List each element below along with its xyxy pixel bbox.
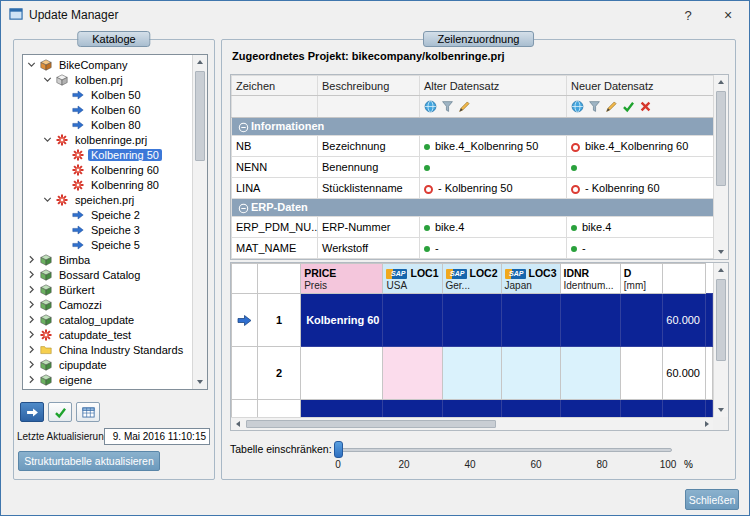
- filter-icon[interactable]: [588, 100, 601, 113]
- tree-item-kolben-50[interactable]: Kolben 50: [23, 87, 192, 102]
- column-header-name[interactable]: [258, 264, 301, 294]
- filter-icon[interactable]: [441, 100, 454, 113]
- table-horizontal-scrollbar[interactable]: [231, 417, 713, 430]
- compare-column-header[interactable]: Neuer Datensatz: [567, 76, 714, 96]
- tree-item-kolbenring-80[interactable]: Kolbenring 80: [23, 177, 192, 192]
- new-value-cell[interactable]: bike.4: [567, 217, 714, 238]
- cell-loc3[interactable]: [560, 400, 620, 418]
- cell-name[interactable]: [301, 347, 383, 400]
- tree-item-camozzi[interactable]: Camozzi: [23, 297, 192, 312]
- tree-scrollbar[interactable]: [192, 55, 207, 389]
- old-value-cell[interactable]: bike.4: [420, 217, 567, 238]
- old-value-cell[interactable]: [420, 157, 567, 178]
- collapse-chevron-icon[interactable]: [41, 74, 54, 85]
- tree-item-kolbenring-60[interactable]: Kolbenring 60: [23, 162, 192, 177]
- collapse-chevron-icon[interactable]: [41, 134, 54, 145]
- table-vertical-scrollbar[interactable]: [713, 263, 728, 417]
- compare-row-nb[interactable]: NBBezeichnungbike.4_Kolbenring 50bike.4_…: [232, 136, 714, 157]
- expand-chevron-icon[interactable]: [25, 269, 38, 280]
- cell-d[interactable]: 60.000: [663, 347, 706, 400]
- accept-button[interactable]: [48, 402, 72, 422]
- edit-icon[interactable]: [605, 100, 618, 113]
- tree-item-china-industry-standards[interactable]: China Industry Standards: [23, 342, 192, 357]
- collapse-chevron-icon[interactable]: [41, 194, 54, 205]
- restrict-slider-thumb[interactable]: [334, 441, 343, 458]
- expand-chevron-icon[interactable]: [25, 344, 38, 355]
- expand-chevron-icon[interactable]: [25, 299, 38, 310]
- new-value-cell[interactable]: -: [567, 238, 714, 259]
- accept-all-icon[interactable]: [622, 100, 635, 113]
- column-header-d[interactable]: D[mm]: [620, 264, 663, 294]
- cell-loc1[interactable]: [442, 294, 501, 347]
- table-row-3[interactable]: 3Kolbenring 6060.000: [232, 400, 713, 418]
- transfer-button[interactable]: [20, 402, 44, 422]
- tree-item-eigene[interactable]: eigene: [23, 372, 192, 387]
- cell-loc3[interactable]: [560, 294, 620, 347]
- cell-loc2[interactable]: [501, 400, 560, 418]
- tree-item-speiche-3[interactable]: Speiche 3: [23, 222, 192, 237]
- scrollbar-thumb[interactable]: [716, 91, 726, 186]
- column-header-loc1[interactable]: SAPLOC1USA: [383, 264, 442, 294]
- cell-idnr[interactable]: [620, 294, 663, 347]
- scroll-up-icon[interactable]: [193, 55, 207, 69]
- cell-loc2[interactable]: [501, 347, 560, 400]
- row-handle-cell[interactable]: [232, 400, 258, 418]
- tree-item-kolbenringe-prj[interactable]: kolbenringe.prj: [23, 132, 192, 147]
- expand-chevron-icon[interactable]: [25, 359, 38, 370]
- close-dialog-button[interactable]: Schließen: [685, 489, 739, 510]
- new-value-cell[interactable]: bike.4_Kolbenring 60: [567, 136, 714, 157]
- scroll-down-icon[interactable]: [714, 403, 728, 417]
- reject-all-icon[interactable]: [639, 100, 652, 113]
- cell-name[interactable]: Kolbenring 60: [301, 400, 383, 418]
- restrict-slider-track[interactable]: [338, 448, 672, 452]
- compare-row-lina[interactable]: LINAStücklistenname- Kolbenring 50- Kolb…: [232, 178, 714, 199]
- table-edit-button[interactable]: [76, 402, 100, 422]
- scroll-right-icon[interactable]: [700, 418, 713, 430]
- compare-row-mat-name[interactable]: MAT_NAMEWerkstoff--: [232, 238, 714, 259]
- tree-item-kolben-prj[interactable]: kolben.prj: [23, 72, 192, 87]
- tree-item-kolbenring-50[interactable]: Kolbenring 50: [23, 147, 192, 162]
- globe-icon[interactable]: [571, 100, 584, 113]
- last-update-field[interactable]: 9. Mai 2016 11:10:15: [104, 428, 210, 445]
- compare-column-header[interactable]: Zeichen: [232, 76, 318, 96]
- cell-idnr[interactable]: [620, 400, 663, 418]
- tree-item-bimba[interactable]: Bimba: [23, 252, 192, 267]
- table-row-2[interactable]: 260.000: [232, 347, 713, 400]
- new-value-cell[interactable]: - Kolbenring 60: [567, 178, 714, 199]
- tree-item-cipupdate[interactable]: cipupdate: [23, 357, 192, 372]
- compare-column-header[interactable]: Alter Datensatz: [420, 76, 567, 96]
- old-value-cell[interactable]: -: [420, 238, 567, 259]
- new-value-cell[interactable]: [567, 157, 714, 178]
- tree-item-speiche-5[interactable]: Speiche 5: [23, 237, 192, 252]
- row-handle-cell[interactable]: [232, 347, 258, 400]
- scrollbar-thumb[interactable]: [195, 71, 205, 161]
- collapse-chevron-icon[interactable]: [25, 59, 38, 70]
- old-value-cell[interactable]: - Kolbenring 50: [420, 178, 567, 199]
- compare-section-row[interactable]: Informationen: [232, 118, 714, 136]
- compare-scrollbar[interactable]: [713, 75, 728, 259]
- update-structure-table-button[interactable]: Strukturtabelle aktualisieren: [18, 451, 160, 471]
- scroll-down-icon[interactable]: [193, 375, 207, 389]
- tree-item-catupdate-test[interactable]: catupdate_test: [23, 327, 192, 342]
- column-header-loc2[interactable]: SAPLOC2Ger...: [442, 264, 501, 294]
- cell-loc2[interactable]: [501, 294, 560, 347]
- tree-item-bikecompany[interactable]: BikeCompany: [23, 57, 192, 72]
- compare-column-header[interactable]: Beschreibung: [318, 76, 420, 96]
- cell-price[interactable]: [383, 294, 442, 347]
- cell-loc3[interactable]: [560, 347, 620, 400]
- cell-loc1[interactable]: [442, 347, 501, 400]
- expand-chevron-icon[interactable]: [25, 254, 38, 265]
- edit-icon[interactable]: [458, 100, 471, 113]
- row-handle-cell[interactable]: [232, 294, 258, 347]
- cell-d[interactable]: 60.000: [663, 294, 706, 347]
- help-button[interactable]: ?: [671, 1, 705, 29]
- tree-item-catalog-update[interactable]: catalog_update: [23, 312, 192, 327]
- cell-name[interactable]: Kolbenring 60: [301, 294, 383, 347]
- compare-row-erp-pdm-nu-[interactable]: ERP_PDM_NU...ERP-Nummerbike.4bike.4: [232, 217, 714, 238]
- cell-price[interactable]: [383, 400, 442, 418]
- minus-circle-icon[interactable]: [238, 122, 249, 133]
- expand-chevron-icon[interactable]: [25, 284, 38, 295]
- cell-price[interactable]: [383, 347, 442, 400]
- scroll-up-icon[interactable]: [714, 75, 728, 89]
- tree-item-kolben-80[interactable]: Kolben 80: [23, 117, 192, 132]
